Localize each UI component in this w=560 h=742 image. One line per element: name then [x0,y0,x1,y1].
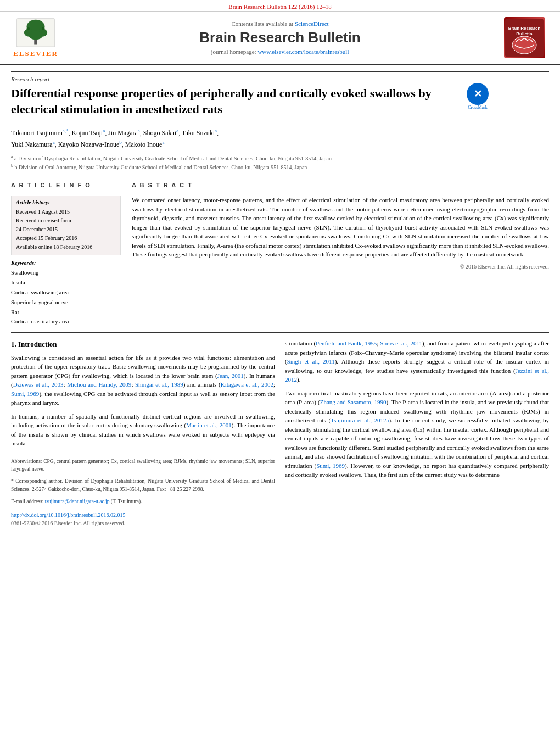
ref-soros[interactable]: Soros et al., 2011 [380,340,422,347]
footnote-abbrev: Abbreviations: CPG, central pattern gene… [11,458,275,473]
keywords-title: Keywords: [11,260,121,266]
keyword-sln: Superior laryngeal nerve [11,298,121,308]
affiliation-b: b b Division of Oral Anatomy, Niigata Un… [11,163,549,171]
body-divider [11,332,549,333]
elsevier-tree-icon [14,18,58,48]
revised-date-item: 24 December 2015 [16,225,116,234]
two-col-body: 1. Introduction Swallowing is considered… [11,339,549,527]
ref-martin[interactable]: Martin et al., 2001 [186,422,232,428]
ref-dziewas[interactable]: Dziewas et al., 2003 [13,381,64,388]
footnote-email: E-mail address: tsujimura@dent.niigata-u… [11,498,275,505]
citation-text: Brain Research Bulletin 122 (2016) 12–18 [228,3,331,10]
ref-sumi1969b[interactable]: Sumi, 1969 [316,462,345,469]
issn-line: 0361-9230/© 2016 Elsevier Inc. All right… [11,520,125,526]
history-box: Article history: Received 1 August 2015 … [11,196,121,255]
accepted-item: Accepted 15 February 2016 [16,234,116,243]
right-para1: stimulation (Penfield and Faulk, 1955; S… [285,339,549,384]
doi-link[interactable]: http://dx.doi.org/10.1016/j.brainresbull… [11,512,125,518]
brb-logo: Brain Research Bulletin [504,17,545,58]
ref-zhang[interactable]: Zhang and Sasamoto, 1990 [320,399,387,405]
keyword-cortical: Cortical swallowing area [11,288,121,298]
article-info-col: A R T I C L E I N F O Article history: R… [11,182,121,327]
sciencedirect-anchor[interactable]: ScienceDirect [295,20,329,27]
abstract-header: A B S T R A C T [132,182,549,191]
keywords-section: Keywords: Swallowing Insula Cortical swa… [11,260,121,327]
keyword-cma: Cortical masticatory area [11,317,121,327]
keyword-swallowing: Swallowing [11,268,121,278]
homepage-link[interactable]: www.elsevier.com/locate/brainresbull [257,48,349,55]
elsevier-logo: ELSEVIER [11,18,60,58]
email-link[interactable]: tsujimura@dent.niigata-u.ac.jp [45,499,110,504]
svg-text:Brain Research: Brain Research [508,26,541,31]
affiliation-a: a a Division of Dysphagia Rehabilitation… [11,154,549,163]
brb-logo-container: Brain Research Bulletin [500,17,549,58]
journal-homepage: journal homepage: www.elsevier.com/locat… [60,48,500,55]
svg-point-5 [29,30,43,39]
intro-heading: 1. Introduction [11,339,275,350]
two-col-header: A R T I C L E I N F O Article history: R… [11,176,549,327]
footnotes-section: Abbreviations: CPG, central pattern gene… [11,454,275,505]
abstract-col: A B S T R A C T We compared onset latenc… [132,182,549,327]
section-label: Research report [11,71,549,82]
intro-para1: Swallowing is considered an essential ac… [11,353,275,408]
article-container: Research report Differential response pr… [0,65,560,533]
article-info-header: A R T I C L E I N F O [11,182,121,191]
authors-line: Takanori Tsujimuraa,*, Kojun Tsujia, Jin… [11,127,549,150]
crossmark-icon: ✕ [474,88,482,100]
journal-center: Contents lists available at ScienceDirec… [60,20,500,55]
ref-jean2001[interactable]: Jean, 2001 [217,372,244,379]
journal-header: ELSEVIER Contents lists available at Sci… [0,12,560,65]
brb-logo-svg: Brain Research Bulletin [505,19,544,57]
keyword-rat: Rat [11,308,121,317]
svg-point-7 [42,27,45,30]
crossmark-badge: ✕ [467,83,489,105]
abstract-text: We compared onset latency, motor-respons… [132,196,549,259]
svg-point-6 [27,27,30,30]
ref-penfield[interactable]: Penfield and Faulk, 1955 [316,340,377,347]
ref-kitagawa[interactable]: Kitagawa et al., 2002 [221,381,273,388]
ref-singh[interactable]: Singh et al., 2011 [287,358,335,365]
ref-michou[interactable]: Michou and Hamdy, 2009 [67,381,131,388]
ref-sumi1969a[interactable]: Sumi, 1969 [11,390,39,397]
ref-tsujimura2012a[interactable]: Tsujimura et al., 2012a [331,417,389,423]
elsevier-brand-text: ELSEVIER [13,49,58,58]
intro-para2: In humans, a number of spatially and fun… [11,412,275,448]
svg-text:Bulletin: Bulletin [516,31,532,36]
body-col-left: 1. Introduction Swallowing is considered… [11,339,275,527]
received-revised-item: Received in revised form [16,216,116,225]
journal-title: Brain Research Bulletin [60,29,500,46]
body-col-right: stimulation (Penfield and Faulk, 1955; S… [285,339,549,527]
copyright-line: © 2016 Elsevier Inc. All rights reserved… [132,264,549,270]
ref-shingai[interactable]: Shingai et al., 1989 [135,381,183,388]
footnote-corresponding: * Corresponding author. Division of Dysp… [11,477,275,493]
sciencedirect-link: Contents lists available at ScienceDirec… [60,20,500,27]
ref-jezzini[interactable]: Jezzini et al., 2012 [285,367,549,383]
affiliations: a a Division of Dysphagia Rehabilitation… [11,154,549,172]
right-para2: Two major cortical masticatory regions h… [285,389,549,479]
keyword-insula: Insula [11,278,121,288]
available-online-item: Available online 18 February 2016 [16,243,116,252]
article-title: Differential response properties of peri… [11,86,461,117]
doi-section: http://dx.doi.org/10.1016/j.brainresbull… [11,511,275,527]
svg-point-11 [512,36,536,54]
citation-bar: Brain Research Bulletin 122 (2016) 12–18 [0,0,560,12]
received-item: Received 1 August 2015 [16,208,116,216]
history-title: Article history: [16,199,116,205]
